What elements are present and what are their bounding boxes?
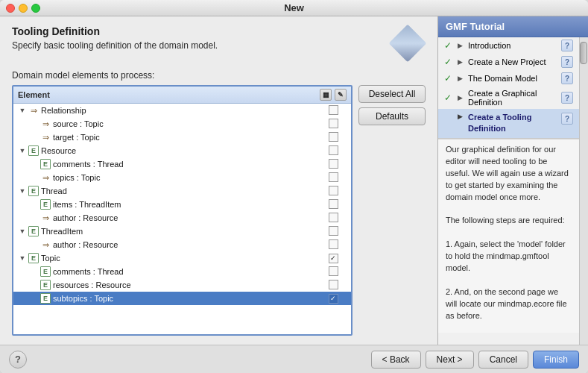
traffic-lights xyxy=(6,4,40,13)
cb[interactable] xyxy=(329,239,338,249)
cb[interactable] xyxy=(329,199,338,209)
tree-body[interactable]: ▼ ⇒ Relationship ⇒ source : Topic xyxy=(13,104,351,334)
wizard-subtitle: Specify basic tooling definition of the … xyxy=(12,40,382,51)
tree-header-icon-1[interactable]: ▦ xyxy=(320,89,332,101)
main-window: New Tooling Definition Specify basic too… xyxy=(0,0,588,373)
cb[interactable] xyxy=(329,105,338,115)
tree-row[interactable]: ▼ ⇒ Relationship xyxy=(13,104,351,117)
wizard-header: Tooling Definition Specify basic tooling… xyxy=(12,25,426,61)
ref-icon: ⇒ xyxy=(40,119,51,129)
tree-row[interactable]: ▼ E Resource xyxy=(13,144,351,157)
tree-row[interactable]: ⇒ target : Topic xyxy=(13,131,351,144)
entity-icon: E xyxy=(28,226,39,236)
entity-icon: E xyxy=(28,253,39,263)
maximize-button[interactable] xyxy=(31,4,40,13)
wizard-title: Tooling Definition xyxy=(12,25,382,37)
cb[interactable] xyxy=(329,119,338,128)
cb[interactable]: ✓ xyxy=(329,254,338,263)
window-title: New xyxy=(284,2,304,13)
entity-icon: E xyxy=(28,186,39,196)
minimize-button[interactable] xyxy=(19,4,28,13)
footer-buttons: < Back Next > Cancel Finish xyxy=(371,351,579,369)
cb[interactable] xyxy=(329,145,338,155)
tree-row[interactable]: ▼ E ThreadItem xyxy=(13,225,351,238)
tree-row[interactable]: ⇒ topics : Topic xyxy=(13,171,351,184)
cb[interactable] xyxy=(329,266,338,276)
gmf-title: GMF Tutorial xyxy=(446,21,505,32)
tree-row[interactable]: E resources : Resource xyxy=(13,278,351,292)
tree-row[interactable]: E comments : Thread xyxy=(13,265,351,278)
tree-row[interactable]: ⇒ source : Topic xyxy=(13,117,351,131)
ref-icon: ⇒ xyxy=(40,213,51,223)
scroll-thumb xyxy=(580,42,587,64)
entity-icon: E xyxy=(40,159,51,169)
wizard-icon xyxy=(390,25,426,61)
check-icon: ✓ xyxy=(444,57,455,67)
tree-row[interactable]: E comments : Thread xyxy=(13,157,351,171)
cb[interactable] xyxy=(329,172,338,182)
help-icon[interactable]: ? xyxy=(561,72,573,84)
expand-icon: ▶ xyxy=(458,94,465,101)
entity-icon: E xyxy=(40,293,51,304)
cb[interactable] xyxy=(329,159,338,169)
tree-row[interactable]: ⇒ author : Resource xyxy=(13,211,351,225)
cb[interactable] xyxy=(329,226,338,236)
ref-icon: ⇒ xyxy=(28,105,39,116)
content-area: Tooling Definition Specify basic tooling… xyxy=(0,16,588,345)
close-button[interactable] xyxy=(6,4,15,13)
next-button[interactable]: Next > xyxy=(426,351,474,369)
help-icon[interactable]: ? xyxy=(561,113,573,125)
tree-container: Element ▦ ✎ ▼ ⇒ Relationship xyxy=(12,85,353,336)
check-icon: ✓ xyxy=(444,93,455,103)
cb[interactable]: ✓ xyxy=(329,294,338,304)
finish-button[interactable]: Finish xyxy=(533,351,579,369)
check-icon: ✓ xyxy=(444,73,455,84)
gmf-inner: ✓ ▶ Introduction ? ✓ ▶ Create a New Proj… xyxy=(438,37,579,345)
back-button[interactable]: < Back xyxy=(371,351,421,369)
side-buttons: Deselect All Defaults xyxy=(358,85,426,336)
expand-icon: ▶ xyxy=(458,75,465,82)
tree-row[interactable]: E items : ThreadItem xyxy=(13,198,351,211)
gmf-content: ✓ ▶ Introduction ? ✓ ▶ Create a New Proj… xyxy=(438,37,588,345)
tree-row[interactable]: E subtopics : Topic ✓ xyxy=(13,292,351,305)
gmf-item-tooling-def[interactable]: ▶ Create a Tooling Definition ? xyxy=(438,109,579,138)
help-button[interactable]: ? xyxy=(9,351,27,369)
defaults-button[interactable]: Defaults xyxy=(358,107,426,125)
cb[interactable] xyxy=(329,186,338,195)
gmf-item-introduction[interactable]: ✓ ▶ Introduction ? xyxy=(438,37,579,54)
ref-icon: ⇒ xyxy=(40,172,51,183)
wizard-header-text: Tooling Definition Specify basic tooling… xyxy=(12,25,382,51)
help-icon[interactable]: ? xyxy=(561,56,573,68)
main-area: Element ▦ ✎ ▼ ⇒ Relationship xyxy=(12,85,426,336)
gmf-item-new-project[interactable]: ✓ ▶ Create a New Project ? xyxy=(438,54,579,70)
right-scrollbar[interactable] xyxy=(579,37,588,345)
ref-icon: ⇒ xyxy=(40,239,51,250)
tree-header-icon-2[interactable]: ✎ xyxy=(335,89,347,101)
tree-header-icons: ▦ ✎ xyxy=(320,89,347,101)
cb[interactable] xyxy=(329,280,338,289)
ref-icon: ⇒ xyxy=(40,132,51,142)
entity-icon: E xyxy=(40,266,51,277)
expand-icon: ▶ xyxy=(458,42,465,49)
gmf-item-graphical-def[interactable]: ✓ ▶ Create a Graphical Definition ? xyxy=(438,87,579,109)
help-icon[interactable]: ? xyxy=(561,40,573,51)
tree-header: Element ▦ ✎ xyxy=(13,87,351,104)
tree-row[interactable]: ▼ E Topic ✓ xyxy=(13,251,351,265)
help-icon[interactable]: ? xyxy=(561,92,573,104)
right-panel: GMF Tutorial ✓ ▶ Introduction ? xyxy=(437,16,588,345)
cb[interactable] xyxy=(329,213,338,222)
cancel-button[interactable]: Cancel xyxy=(478,351,528,369)
gmf-item-domain-model[interactable]: ✓ ▶ The Domain Model ? xyxy=(438,70,579,87)
tree-column-label: Element xyxy=(18,90,50,99)
title-bar: New xyxy=(0,0,588,16)
tree-row[interactable]: ⇒ author : Resource xyxy=(13,238,351,251)
cb[interactable] xyxy=(329,132,338,142)
diamond-icon xyxy=(389,25,427,63)
tree-row[interactable]: ▼ E Thread xyxy=(13,184,351,198)
section-label: Domain model elements to process: xyxy=(12,70,426,81)
footer: ? < Back Next > Cancel Finish xyxy=(0,345,588,373)
gmf-items: ✓ ▶ Introduction ? ✓ ▶ Create a New Proj… xyxy=(438,37,579,139)
expand-icon: ▶ xyxy=(458,113,465,120)
entity-icon: E xyxy=(40,199,51,210)
deselect-all-button[interactable]: Deselect All xyxy=(358,85,426,103)
